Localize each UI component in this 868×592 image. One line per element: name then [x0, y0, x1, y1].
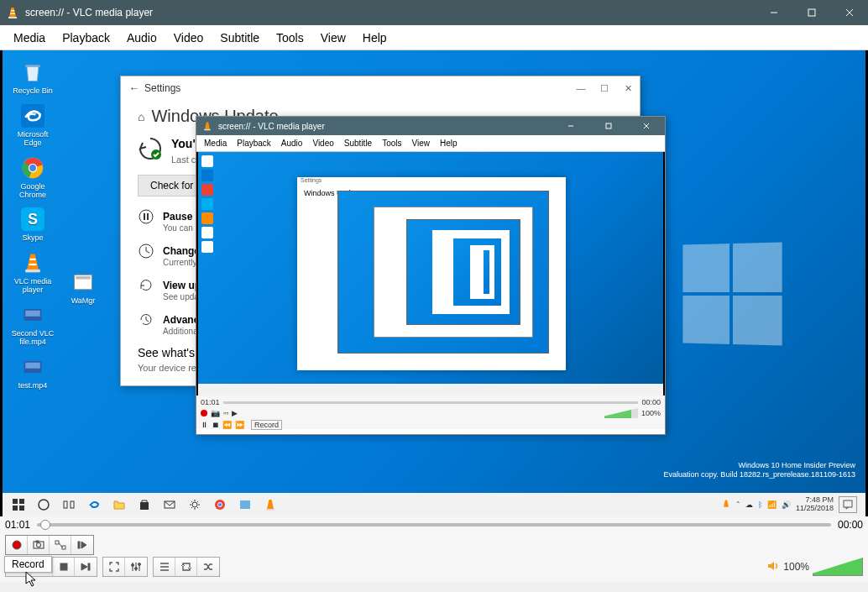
system-tray: ˄ ☁ ᛒ 📶 🔊 7:48 PM 11/25/2018 — [721, 496, 862, 513]
loop-button[interactable] — [175, 558, 197, 576]
svg-rect-26 — [144, 213, 145, 220]
seek-bar[interactable]: 01:01 00:00 — [0, 516, 868, 533]
svg-rect-15 — [25, 270, 40, 273]
svg-rect-41 — [140, 502, 149, 510]
frame-step-button[interactable] — [71, 536, 93, 554]
atob-loop-button[interactable] — [50, 536, 71, 554]
desktop-icon-wamgr[interactable]: WaMgr — [61, 269, 105, 306]
svg-point-62 — [135, 568, 138, 570]
tray-bluetooth-icon[interactable]: ᛒ — [758, 500, 762, 509]
menubar: Media Playback Audio Video Subtitle Tool… — [0, 25, 868, 50]
update-status-icon — [138, 136, 163, 161]
tray-onedrive-icon[interactable]: ☁ — [745, 500, 753, 509]
taskbar-edge-icon[interactable] — [81, 495, 107, 515]
tray-wifi-icon[interactable]: 📶 — [767, 500, 776, 509]
svg-point-38 — [39, 500, 49, 510]
minimize-button[interactable] — [755, 0, 792, 25]
menu-subtitle[interactable]: Subtitle — [212, 27, 268, 49]
desktop-icon-edge[interactable]: Microsoft Edge — [11, 102, 55, 148]
taskbar-vlc-icon[interactable] — [258, 495, 283, 515]
volume-slider[interactable] — [813, 558, 863, 576]
svg-rect-52 — [36, 541, 39, 542]
svg-point-63 — [139, 563, 141, 566]
tray-volume-icon[interactable]: 🔊 — [782, 500, 791, 509]
tray-vlc-icon[interactable] — [721, 499, 731, 511]
menu-view[interactable]: View — [312, 27, 354, 49]
desktop-capture: Recycle Bin Microsoft Edge Google Chrome… — [3, 50, 865, 516]
mute-button[interactable] — [766, 559, 780, 575]
svg-rect-29 — [204, 129, 211, 131]
menu-tools[interactable]: Tools — [268, 27, 312, 49]
nested-record-icon[interactable] — [201, 410, 207, 416]
taskbar-explorer-icon[interactable] — [107, 495, 132, 515]
nested-vlc-window: screen:// - VLC media player Media Playb… — [196, 116, 666, 435]
recursion-tunnel: Settings Windows Update — [297, 177, 566, 370]
desktop-icon-file1[interactable]: Second VLC file.mp4 — [11, 301, 55, 347]
close-button[interactable] — [830, 0, 868, 25]
titlebar: screen:// - VLC media player — [0, 0, 868, 25]
menu-help[interactable]: Help — [354, 27, 395, 49]
taskbar-store-icon[interactable] — [132, 495, 157, 515]
taskbar-chrome-icon[interactable] — [207, 495, 233, 515]
taskview-icon[interactable] — [56, 495, 81, 515]
settings-maximize-icon[interactable]: ☐ — [593, 83, 616, 94]
svg-rect-60 — [88, 563, 90, 570]
stop-button[interactable] — [53, 558, 75, 576]
clock-icon — [138, 243, 154, 259]
snapshot-button[interactable] — [28, 536, 50, 554]
taskbar-clock[interactable]: 7:48 PM 11/25/2018 — [796, 496, 834, 513]
vlc-cone-icon — [202, 121, 212, 131]
taskbar-mail-icon[interactable] — [157, 495, 182, 515]
svg-rect-47 — [266, 509, 275, 511]
record-button[interactable]: Record — [6, 536, 28, 554]
extended-settings-button[interactable] — [125, 558, 147, 576]
svg-rect-1 — [11, 10, 14, 11]
playlist-button[interactable] — [154, 558, 175, 576]
vlc-cone-icon — [6, 6, 19, 19]
svg-point-49 — [13, 541, 21, 549]
svg-rect-46 — [240, 500, 250, 509]
desktop-icon-file2[interactable]: test.mp4 — [11, 354, 55, 390]
menu-playback[interactable]: Playback — [54, 27, 118, 49]
menu-media[interactable]: Media — [5, 27, 54, 49]
video-area: Recycle Bin Microsoft Edge Google Chrome… — [0, 50, 868, 516]
svg-rect-35 — [19, 499, 24, 504]
desktop-icon-skype[interactable]: SSkype — [11, 206, 55, 243]
svg-rect-4 — [808, 9, 815, 16]
svg-point-43 — [192, 502, 197, 507]
svg-rect-17 — [29, 264, 37, 265]
maximize-button[interactable] — [792, 0, 830, 25]
desktop-icon-recycle-bin[interactable]: Recycle Bin — [11, 59, 55, 96]
start-button[interactable] — [6, 495, 31, 515]
nested-close-button[interactable] — [627, 117, 665, 135]
settings-close-icon[interactable]: ✕ — [616, 83, 640, 94]
nested-minimize-button[interactable] — [552, 117, 589, 135]
desktop-icon-vlc[interactable]: VLC media player — [11, 249, 55, 295]
taskbar: ˄ ☁ ᛒ 📶 🔊 7:48 PM 11/25/2018 — [3, 493, 865, 516]
desktop-icon-chrome[interactable]: Google Chrome — [11, 155, 55, 200]
seek-track[interactable] — [37, 523, 831, 527]
record-tooltip: Record — [4, 556, 52, 573]
svg-point-61 — [132, 564, 134, 567]
cortana-icon[interactable] — [31, 495, 56, 515]
seek-handle[interactable] — [40, 520, 50, 530]
svg-rect-16 — [30, 259, 36, 260]
nested-volume-icon[interactable] — [604, 408, 638, 418]
settings-minimize-icon[interactable]: — — [569, 83, 593, 93]
windows-logo — [681, 244, 782, 344]
svg-rect-39 — [64, 501, 67, 508]
menu-audio[interactable]: Audio — [118, 27, 165, 49]
tray-up-icon[interactable]: ˄ — [736, 500, 740, 509]
action-center-icon[interactable] — [839, 496, 857, 513]
next-button[interactable] — [75, 558, 97, 576]
taskbar-settings-icon[interactable] — [182, 495, 207, 515]
nested-maximize-button[interactable] — [589, 117, 627, 135]
svg-rect-27 — [147, 213, 149, 220]
svg-point-51 — [36, 543, 40, 547]
svg-rect-37 — [19, 506, 24, 511]
svg-rect-21 — [25, 363, 40, 369]
taskbar-app-icon[interactable] — [233, 495, 258, 515]
menu-video[interactable]: Video — [165, 27, 212, 49]
fullscreen-button[interactable] — [103, 558, 125, 576]
shuffle-button[interactable] — [197, 558, 219, 576]
